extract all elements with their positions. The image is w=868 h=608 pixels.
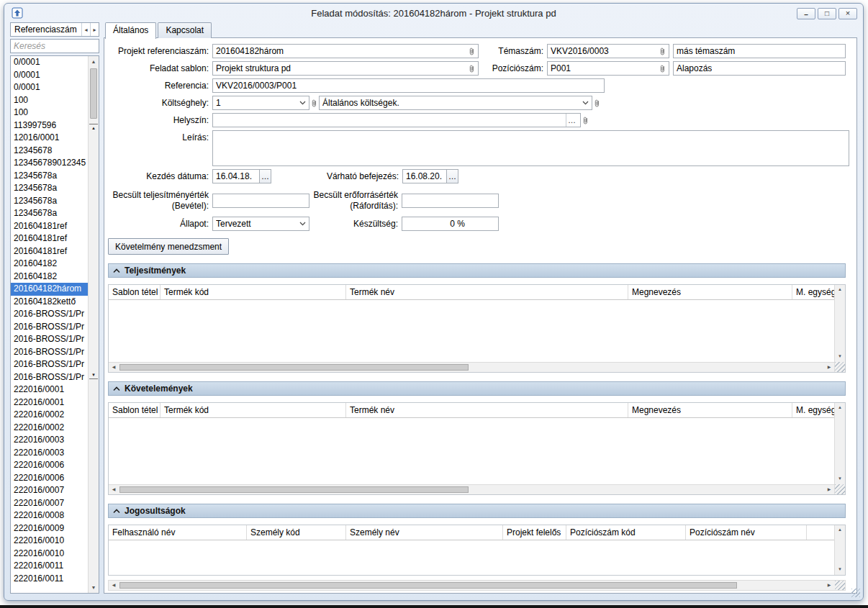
list-item[interactable]: 0/0001 <box>11 56 88 69</box>
pane-right-icon[interactable]: ▸ <box>90 23 99 36</box>
list-item[interactable]: 201604181ref <box>11 220 88 233</box>
list-item[interactable]: 123456789012345 <box>11 157 88 170</box>
column-header[interactable]: M. egység <box>792 403 834 417</box>
list-item[interactable]: 222016/0011 <box>11 573 88 586</box>
list-item[interactable]: 12345678a <box>11 195 88 208</box>
resize-grip[interactable] <box>835 581 845 590</box>
scroll-mark-top-icon[interactable]: ▲ <box>89 124 98 132</box>
close-button[interactable]: × <box>838 8 857 19</box>
list-item[interactable]: 12345678 <box>11 145 88 158</box>
list-item[interactable]: 12345678a <box>11 182 88 195</box>
list-item[interactable]: 222016/0003 <box>11 447 88 460</box>
scroll-left-icon[interactable]: ◀ <box>109 485 119 494</box>
chevron-down-icon[interactable] <box>297 101 306 105</box>
column-header[interactable]: Sablon tétel <box>109 285 161 299</box>
kezdes-datuma-picker-button[interactable]: … <box>260 169 271 183</box>
column-header[interactable]: Felhasználó név <box>109 525 247 540</box>
scroll-right-icon[interactable]: ▶ <box>824 363 834 372</box>
attachment-icon[interactable] <box>659 47 666 56</box>
list-item[interactable]: 100 <box>11 106 88 119</box>
attachment-icon[interactable] <box>582 116 589 125</box>
list-item[interactable]: 2016-BROSS/1/Pr <box>11 333 88 346</box>
column-header[interactable]: Termék név <box>346 285 628 299</box>
leiras-textarea[interactable] <box>212 130 849 166</box>
keszultseg-field[interactable]: 0 % <box>402 217 499 231</box>
scroll-down-icon[interactable]: ▼ <box>835 352 845 362</box>
column-header[interactable]: M. egység <box>792 285 834 299</box>
list-item[interactable]: 222016/0010 <box>11 535 88 548</box>
scroll-left-icon[interactable]: ◀ <box>109 581 119 590</box>
column-header[interactable]: Sablon tétel <box>109 403 161 417</box>
scroll-down-icon[interactable]: ▼ <box>89 582 99 593</box>
helyszin-field[interactable]: … <box>212 113 581 127</box>
list-item[interactable]: 222016/0011 <box>11 560 88 573</box>
column-header[interactable]: Pozíciószám név <box>686 525 807 540</box>
pozicioszam-field[interactable]: P001 <box>547 61 669 76</box>
list-item[interactable]: 201604182kettő <box>11 296 88 309</box>
scroll-mark-bottom-icon[interactable]: ▼ <box>89 371 98 379</box>
list-item[interactable]: 2016-BROSS/1/Pr <box>11 321 88 334</box>
window-resize-grip[interactable] <box>851 589 860 597</box>
attachment-icon[interactable] <box>469 47 475 56</box>
list-item[interactable]: 222016/0002 <box>11 422 88 435</box>
list-item[interactable]: 12345678a <box>11 207 88 220</box>
becsult-teljesitmenyertek-field[interactable] <box>212 194 309 208</box>
varhato-befejezes-picker-button[interactable]: … <box>447 169 458 183</box>
resize-grip[interactable] <box>835 484 845 494</box>
panel-horizontal-scrollbar[interactable]: ◀ ▶ <box>108 580 846 591</box>
attachment-icon[interactable] <box>594 99 600 108</box>
scroll-up-icon[interactable]: ▲ <box>835 285 845 295</box>
list-item[interactable]: 2016-BROSS/1/Pr <box>11 346 88 359</box>
list-item[interactable]: 2016-BROSS/1/Pr <box>11 308 88 321</box>
list-item[interactable]: 222016/0001 <box>11 396 88 409</box>
list-item[interactable]: 222016/0006 <box>11 472 88 485</box>
list-item[interactable]: 201604182három <box>11 283 88 296</box>
vertical-scrollbar[interactable]: ▲ ▼ <box>834 403 845 494</box>
varhato-befejezes-field[interactable]: 16.08.20. <box>402 169 447 183</box>
column-header[interactable]: Pozíciószám kód <box>566 525 686 540</box>
referencia-field[interactable]: VKV2016/0003/P001 <box>212 78 605 93</box>
pane-left-icon[interactable]: ◂ <box>81 23 90 36</box>
minimize-button[interactable]: – <box>797 8 815 19</box>
horizontal-scrollbar[interactable]: ◀ ▶ <box>109 362 834 372</box>
column-header[interactable]: Termék kód <box>161 403 346 417</box>
feladat-sablon-field[interactable]: Projekt struktura pd <box>212 61 479 76</box>
projekt-referenciaszam-field[interactable]: 201604182három <box>212 44 479 58</box>
scrollbar-thumb[interactable] <box>90 68 97 119</box>
list-item[interactable]: 222016/0008 <box>11 509 88 522</box>
list-item[interactable]: 201604182 <box>11 258 88 271</box>
list-item[interactable]: 0/0001 <box>11 69 88 82</box>
list-item[interactable]: 201604181ref <box>11 245 88 258</box>
scroll-right-icon[interactable]: ▶ <box>824 485 834 494</box>
tab-altalanos[interactable]: Általános <box>105 22 156 39</box>
column-header[interactable]: Termék név <box>346 403 628 417</box>
scroll-down-icon[interactable]: ▼ <box>835 474 845 484</box>
chevron-down-icon[interactable] <box>579 101 589 105</box>
pozicioszam-name-field[interactable]: Alapozás <box>673 61 846 76</box>
column-header[interactable]: Személy név <box>346 525 503 540</box>
collapse-icon[interactable] <box>113 268 120 273</box>
scrollbar-thumb[interactable] <box>119 582 737 589</box>
kezdes-datuma-field[interactable]: 16.04.18. <box>212 169 260 183</box>
list-item[interactable]: 12016/0001 <box>11 132 88 145</box>
list-item[interactable]: 222016/0006 <box>11 459 88 472</box>
attachment-icon[interactable] <box>469 64 475 73</box>
list-item[interactable]: 222016/0007 <box>11 484 88 497</box>
list-item[interactable]: 201604182 <box>11 271 88 283</box>
scroll-up-icon[interactable]: ▲ <box>835 403 845 413</box>
section-header-jogosultsagok[interactable]: Jogosultságok <box>108 504 846 518</box>
attachment-icon[interactable] <box>311 99 317 108</box>
list-item[interactable]: 12345678a <box>11 170 88 183</box>
column-header[interactable]: Személy kód <box>247 525 346 540</box>
collapse-icon[interactable] <box>113 386 120 391</box>
scroll-up-icon[interactable]: ▲ <box>89 56 99 67</box>
kovetelmeny-menedzsment-button[interactable]: Követelmény menedzsment <box>108 238 229 255</box>
list-item[interactable]: 2016-BROSS/1/Pr <box>11 371 88 384</box>
list-item[interactable]: 222016/0010 <box>11 548 88 561</box>
maximize-button[interactable]: □ <box>818 8 836 19</box>
scrollbar-thumb[interactable] <box>119 364 469 371</box>
list-item[interactable]: 100 <box>11 94 88 107</box>
list-scrollbar[interactable]: ▲ ▲ ▼ ▼ <box>88 56 99 593</box>
section-header-teljesitmenyek[interactable]: Teljesítmények <box>108 263 846 278</box>
attachment-icon[interactable] <box>659 64 666 73</box>
